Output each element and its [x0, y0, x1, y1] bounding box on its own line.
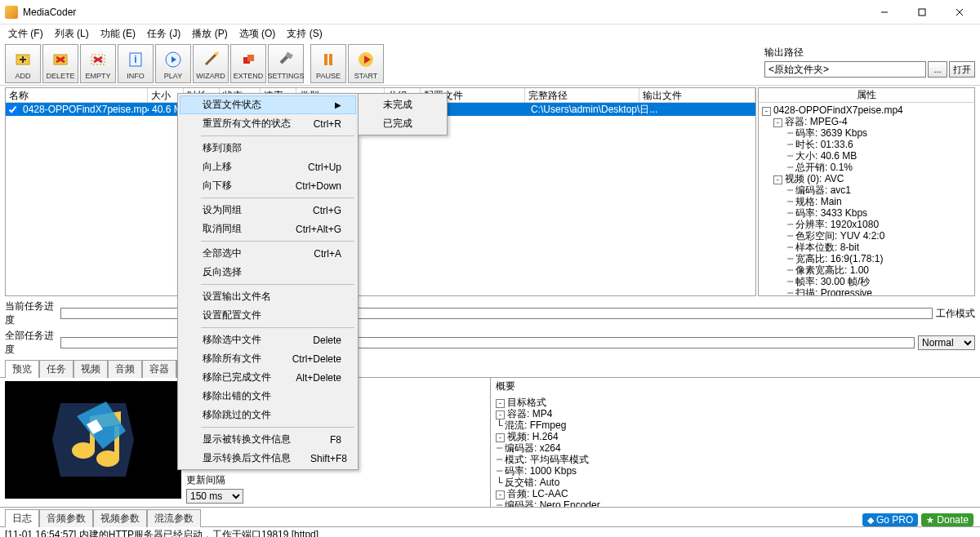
donate-button[interactable]: ★ Donate — [921, 513, 973, 526]
ctx-sub-unfinished[interactable]: 未完成 — [360, 95, 445, 114]
toolbar-info[interactable]: iINFO — [118, 44, 154, 83]
toolbar-pause[interactable]: PAUSE — [310, 44, 346, 83]
svg-rect-22 — [324, 54, 327, 65]
col-outfile[interactable]: 输出文件 — [639, 88, 755, 102]
ctx-move-down[interactable]: 向下移Ctrl+Down — [180, 176, 356, 195]
properties-header: 属性 — [759, 88, 974, 103]
main-tabs: 预览 任务 视频 音频 容器 画面 — [0, 358, 980, 378]
ctx-sub-done[interactable]: 已完成 — [360, 114, 445, 133]
interval-label: 更新间隔 — [186, 473, 243, 487]
toolbar-label: PAUSE — [316, 72, 341, 80]
ctx-invert-sel[interactable]: 反向选择 — [180, 263, 356, 282]
minimize-button[interactable] — [866, 0, 903, 24]
summary-header: 概要 — [491, 378, 980, 395]
ctx-set-status[interactable]: 设置文件状态▶ — [180, 95, 356, 114]
progress-all-label: 全部任务进度 — [5, 329, 57, 357]
menu-list[interactable]: 列表 (L) — [50, 25, 94, 42]
title-bar: MediaCoder — [0, 0, 980, 24]
toolbar-extend[interactable]: EXTEND — [230, 44, 266, 83]
svg-text:i: i — [134, 54, 136, 65]
ctx-remove-err[interactable]: 移除出错的文件 — [180, 387, 356, 406]
ctx-set-profile[interactable]: 设置配置文件 — [180, 306, 356, 325]
svg-line-17 — [206, 55, 216, 64]
log-line: [11-01 16:54:57] 内建的HTTP服务器已经启动，工作于端口198… — [5, 529, 975, 537]
ctx-remove-sel[interactable]: 移除选中文件Delete — [180, 331, 356, 349]
summary-pane: 概要 -目标格式 -容器: MP4 └混流: FFmpeg -视频: H.264… — [490, 378, 980, 507]
ctx-remove-done[interactable]: 移除已完成文件Alt+Delete — [180, 368, 356, 387]
progress-current-label: 当前任务进度 — [5, 300, 57, 327]
toolbar-label: PLAY — [164, 72, 182, 80]
menu-func[interactable]: 功能 (E) — [96, 25, 140, 42]
properties-panel: 属性 -0428-OPPOFindX7peise.mp4 -容器: MPEG-4… — [758, 87, 975, 296]
file-row-checkbox[interactable] — [7, 104, 18, 115]
toolbar-wizard[interactable]: WIZARD — [193, 44, 229, 83]
menu-options[interactable]: 选项 (O) — [234, 25, 281, 42]
toolbar: ADD DELETE EMPTY iINFO PLAY WIZARD EXTEN… — [0, 42, 980, 86]
menu-play[interactable]: 播放 (P) — [187, 25, 232, 42]
toolbar-empty[interactable]: EMPTY — [80, 44, 116, 83]
maximize-button[interactable] — [903, 0, 941, 24]
tab-mux-params[interactable]: 混流参数 — [147, 509, 201, 527]
summary-tree[interactable]: -目标格式 -容器: MP4 └混流: FFmpeg -视频: H.264 ┈编… — [491, 395, 980, 507]
output-path-input[interactable] — [764, 61, 926, 78]
tab-video[interactable]: 视频 — [74, 360, 108, 378]
workmode-label: 工作模式 — [936, 307, 975, 321]
svg-rect-20 — [247, 55, 254, 61]
menu-file[interactable]: 文件 (F) — [3, 25, 48, 42]
ctx-make-group[interactable]: 设为同组Ctrl+G — [180, 201, 356, 220]
tab-log[interactable]: 日志 — [5, 509, 39, 527]
log-area[interactable]: [11-01 16:54:57] 内建的HTTP服务器已经启动，工作于端口198… — [0, 527, 980, 537]
app-icon — [5, 6, 18, 19]
toolbar-label: ADD — [15, 72, 30, 80]
ctx-move-up[interactable]: 向上移Ctrl+Up — [180, 158, 356, 176]
tab-preview[interactable]: 预览 — [5, 360, 39, 378]
workmode-select[interactable]: Normal — [918, 335, 975, 350]
close-button[interactable] — [941, 0, 978, 24]
toolbar-settings[interactable]: SETTINGS — [268, 44, 304, 83]
svg-rect-23 — [329, 54, 332, 65]
ctx-remove-skip[interactable]: 移除跳过的文件 — [180, 406, 356, 424]
output-path-open-button[interactable]: 打开 — [949, 61, 975, 78]
file-row-name: 0428-OPPOFindX7peise.mp4 — [20, 104, 149, 115]
menu-support[interactable]: 支持 (S) — [282, 25, 327, 42]
gopro-button[interactable]: ◆ Go PRO — [862, 513, 918, 526]
col-name[interactable]: 名称 — [6, 88, 148, 102]
svg-rect-1 — [919, 9, 925, 16]
interval-select[interactable]: 150 ms — [186, 489, 243, 504]
toolbar-label: SETTINGS — [268, 72, 305, 80]
toolbar-label: WIZARD — [196, 72, 225, 80]
tab-audio-params[interactable]: 音频参数 — [39, 509, 93, 527]
app-title: MediaCoder — [23, 7, 76, 18]
log-tabs: 日志 音频参数 视频参数 混流参数 ◆ Go PRO ★ Donate — [0, 507, 980, 527]
toolbar-label: INFO — [127, 72, 145, 80]
toolbar-label: DELETE — [46, 72, 74, 80]
properties-tree[interactable]: -0428-OPPOFindX7peise.mp4 -容器: MPEG-4 ┈码… — [759, 103, 974, 295]
ctx-show-src-info[interactable]: 显示被转换文件信息F8 — [180, 430, 356, 449]
ctx-select-all[interactable]: 全部选中Ctrl+A — [180, 244, 356, 263]
tab-task[interactable]: 任务 — [39, 360, 74, 378]
ctx-reset-all[interactable]: 重置所有文件的状态Ctrl+R — [180, 114, 356, 133]
output-path-browse-button[interactable]: ... — [928, 61, 947, 78]
toolbar-label: EXTEND — [234, 72, 264, 80]
ctx-to-top[interactable]: 移到顶部 — [180, 139, 356, 158]
ctx-show-dst-info[interactable]: 显示转换后文件信息Shift+F8 — [180, 449, 356, 468]
toolbar-start[interactable]: START — [348, 44, 384, 83]
toolbar-label: EMPTY — [85, 72, 110, 80]
context-menu[interactable]: 设置文件状态▶ 重置所有文件的状态Ctrl+R 移到顶部 向上移Ctrl+Up … — [177, 93, 359, 470]
toolbar-delete[interactable]: DELETE — [42, 44, 78, 83]
ctx-cancel-group[interactable]: 取消同组Ctrl+Alt+G — [180, 220, 356, 238]
menu-task[interactable]: 任务 (J) — [142, 25, 185, 42]
toolbar-add[interactable]: ADD — [5, 44, 41, 83]
menu-bar: 文件 (F) 列表 (L) 功能 (E) 任务 (J) 播放 (P) 选项 (O… — [0, 24, 980, 42]
col-fullpath[interactable]: 完整路径 — [525, 88, 639, 102]
ctx-set-outname[interactable]: 设置输出文件名 — [180, 287, 356, 306]
output-path-label: 输出路径 — [764, 46, 975, 60]
context-submenu[interactable]: 未完成 已完成 — [358, 93, 448, 135]
tab-container[interactable]: 容器 — [142, 360, 176, 378]
tab-audio[interactable]: 音频 — [108, 360, 142, 378]
ctx-remove-all[interactable]: 移除所有文件Ctrl+Delete — [180, 349, 356, 368]
toolbar-play[interactable]: PLAY — [155, 44, 191, 83]
preview-image — [5, 381, 181, 499]
toolbar-label: START — [354, 72, 378, 80]
tab-video-params[interactable]: 视频参数 — [93, 509, 147, 527]
